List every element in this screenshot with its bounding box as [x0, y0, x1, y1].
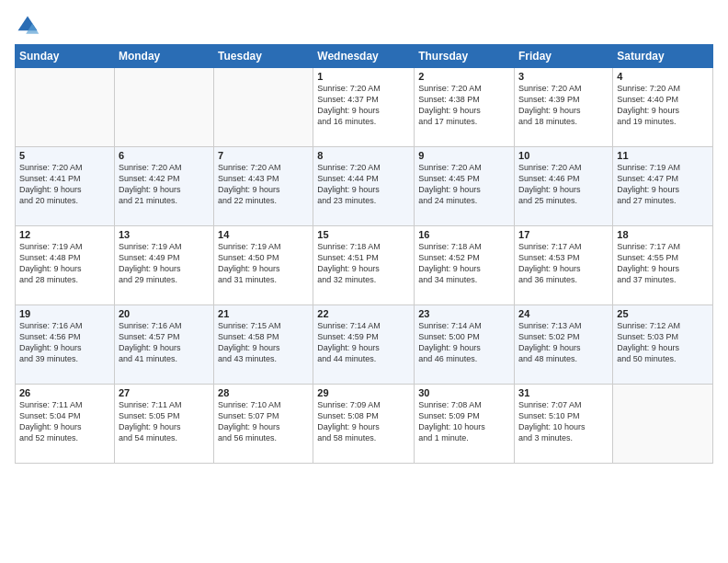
- day-number: 16: [418, 229, 510, 240]
- day-info: Sunrise: 7:20 AM Sunset: 4:39 PM Dayligh…: [518, 83, 609, 128]
- day-cell: 9Sunrise: 7:20 AM Sunset: 4:45 PM Daylig…: [415, 147, 515, 226]
- day-cell: 29Sunrise: 7:09 AM Sunset: 5:08 PM Dayli…: [313, 385, 415, 464]
- day-info: Sunrise: 7:18 AM Sunset: 4:52 PM Dayligh…: [418, 241, 510, 286]
- day-info: Sunrise: 7:17 AM Sunset: 4:53 PM Dayligh…: [518, 241, 609, 286]
- day-cell: 21Sunrise: 7:15 AM Sunset: 4:58 PM Dayli…: [214, 305, 313, 385]
- day-cell: 11Sunrise: 7:19 AM Sunset: 4:47 PM Dayli…: [613, 147, 713, 226]
- day-cell: 20Sunrise: 7:16 AM Sunset: 4:57 PM Dayli…: [114, 305, 213, 385]
- day-cell: 7Sunrise: 7:20 AM Sunset: 4:43 PM Daylig…: [214, 147, 313, 226]
- day-cell: 16Sunrise: 7:18 AM Sunset: 4:52 PM Dayli…: [415, 226, 515, 305]
- page: SundayMondayTuesdayWednesdayThursdayFrid…: [0, 0, 728, 563]
- day-number: 29: [317, 387, 410, 398]
- weekday-header-sunday: Sunday: [16, 45, 115, 68]
- day-number: 23: [418, 308, 510, 319]
- day-info: Sunrise: 7:18 AM Sunset: 4:51 PM Dayligh…: [317, 241, 410, 286]
- day-cell: [214, 68, 313, 147]
- day-info: Sunrise: 7:08 AM Sunset: 5:09 PM Dayligh…: [418, 399, 510, 444]
- day-number: 25: [617, 308, 709, 319]
- day-number: 7: [218, 150, 309, 161]
- day-info: Sunrise: 7:11 AM Sunset: 5:04 PM Dayligh…: [19, 399, 110, 444]
- week-row-5: 26Sunrise: 7:11 AM Sunset: 5:04 PM Dayli…: [16, 385, 713, 464]
- day-info: Sunrise: 7:19 AM Sunset: 4:48 PM Dayligh…: [19, 241, 110, 286]
- weekday-header-monday: Monday: [114, 45, 213, 68]
- day-cell: 4Sunrise: 7:20 AM Sunset: 4:40 PM Daylig…: [613, 68, 713, 147]
- day-number: 21: [218, 308, 309, 319]
- day-number: 24: [518, 308, 609, 319]
- day-info: Sunrise: 7:15 AM Sunset: 4:58 PM Dayligh…: [218, 320, 309, 365]
- day-info: Sunrise: 7:20 AM Sunset: 4:37 PM Dayligh…: [317, 83, 410, 128]
- weekday-header-row: SundayMondayTuesdayWednesdayThursdayFrid…: [16, 45, 713, 68]
- day-number: 2: [418, 71, 510, 82]
- day-cell: 27Sunrise: 7:11 AM Sunset: 5:05 PM Dayli…: [114, 385, 213, 464]
- day-info: Sunrise: 7:20 AM Sunset: 4:41 PM Dayligh…: [19, 162, 110, 207]
- day-info: Sunrise: 7:13 AM Sunset: 5:02 PM Dayligh…: [518, 320, 609, 365]
- day-number: 20: [119, 308, 210, 319]
- weekday-header-friday: Friday: [515, 45, 613, 68]
- day-info: Sunrise: 7:19 AM Sunset: 4:50 PM Dayligh…: [218, 241, 309, 286]
- day-cell: 23Sunrise: 7:14 AM Sunset: 5:00 PM Dayli…: [415, 305, 515, 385]
- day-number: 3: [518, 71, 609, 82]
- day-info: Sunrise: 7:14 AM Sunset: 5:00 PM Dayligh…: [418, 320, 510, 365]
- day-number: 18: [617, 229, 709, 240]
- day-info: Sunrise: 7:16 AM Sunset: 4:56 PM Dayligh…: [19, 320, 110, 365]
- day-cell: [114, 68, 213, 147]
- weekday-header-tuesday: Tuesday: [214, 45, 313, 68]
- calendar-table: SundayMondayTuesdayWednesdayThursdayFrid…: [15, 44, 713, 464]
- day-number: 19: [19, 308, 110, 319]
- day-cell: 31Sunrise: 7:07 AM Sunset: 5:10 PM Dayli…: [515, 385, 613, 464]
- day-number: 14: [218, 229, 309, 240]
- day-info: Sunrise: 7:20 AM Sunset: 4:44 PM Dayligh…: [317, 162, 410, 207]
- day-info: Sunrise: 7:19 AM Sunset: 4:47 PM Dayligh…: [617, 162, 709, 207]
- day-number: 5: [19, 150, 110, 161]
- day-info: Sunrise: 7:20 AM Sunset: 4:42 PM Dayligh…: [119, 162, 210, 207]
- day-cell: 30Sunrise: 7:08 AM Sunset: 5:09 PM Dayli…: [415, 385, 515, 464]
- day-info: Sunrise: 7:07 AM Sunset: 5:10 PM Dayligh…: [518, 399, 609, 444]
- day-cell: 12Sunrise: 7:19 AM Sunset: 4:48 PM Dayli…: [16, 226, 115, 305]
- day-info: Sunrise: 7:12 AM Sunset: 5:03 PM Dayligh…: [617, 320, 709, 365]
- day-cell: 6Sunrise: 7:20 AM Sunset: 4:42 PM Daylig…: [114, 147, 213, 226]
- week-row-4: 19Sunrise: 7:16 AM Sunset: 4:56 PM Dayli…: [16, 305, 713, 385]
- week-row-1: 1Sunrise: 7:20 AM Sunset: 4:37 PM Daylig…: [16, 68, 713, 147]
- day-cell: 18Sunrise: 7:17 AM Sunset: 4:55 PM Dayli…: [613, 226, 713, 305]
- logo-icon: [15, 13, 40, 39]
- day-cell: 3Sunrise: 7:20 AM Sunset: 4:39 PM Daylig…: [515, 68, 613, 147]
- day-cell: 13Sunrise: 7:19 AM Sunset: 4:49 PM Dayli…: [114, 226, 213, 305]
- day-number: 15: [317, 229, 410, 240]
- day-info: Sunrise: 7:20 AM Sunset: 4:38 PM Dayligh…: [418, 83, 510, 128]
- week-row-3: 12Sunrise: 7:19 AM Sunset: 4:48 PM Dayli…: [16, 226, 713, 305]
- day-number: 30: [418, 387, 510, 398]
- day-info: Sunrise: 7:17 AM Sunset: 4:55 PM Dayligh…: [617, 241, 709, 286]
- day-info: Sunrise: 7:20 AM Sunset: 4:40 PM Dayligh…: [617, 83, 709, 128]
- day-cell: 25Sunrise: 7:12 AM Sunset: 5:03 PM Dayli…: [613, 305, 713, 385]
- day-cell: 5Sunrise: 7:20 AM Sunset: 4:41 PM Daylig…: [16, 147, 115, 226]
- day-cell: 10Sunrise: 7:20 AM Sunset: 4:46 PM Dayli…: [515, 147, 613, 226]
- day-number: 8: [317, 150, 410, 161]
- day-cell: [16, 68, 115, 147]
- day-number: 6: [119, 150, 210, 161]
- day-number: 17: [518, 229, 609, 240]
- day-info: Sunrise: 7:20 AM Sunset: 4:46 PM Dayligh…: [518, 162, 609, 207]
- day-info: Sunrise: 7:20 AM Sunset: 4:45 PM Dayligh…: [418, 162, 510, 207]
- day-number: 12: [19, 229, 110, 240]
- day-number: 1: [317, 71, 410, 82]
- weekday-header-saturday: Saturday: [613, 45, 713, 68]
- day-number: 9: [418, 150, 510, 161]
- day-info: Sunrise: 7:10 AM Sunset: 5:07 PM Dayligh…: [218, 399, 309, 444]
- day-cell: 1Sunrise: 7:20 AM Sunset: 4:37 PM Daylig…: [313, 68, 415, 147]
- day-info: Sunrise: 7:19 AM Sunset: 4:49 PM Dayligh…: [119, 241, 210, 286]
- day-cell: 15Sunrise: 7:18 AM Sunset: 4:51 PM Dayli…: [313, 226, 415, 305]
- day-info: Sunrise: 7:11 AM Sunset: 5:05 PM Dayligh…: [119, 399, 210, 444]
- day-number: 10: [518, 150, 609, 161]
- day-number: 27: [119, 387, 210, 398]
- day-cell: 19Sunrise: 7:16 AM Sunset: 4:56 PM Dayli…: [16, 305, 115, 385]
- day-number: 22: [317, 308, 410, 319]
- day-number: 13: [119, 229, 210, 240]
- day-info: Sunrise: 7:14 AM Sunset: 4:59 PM Dayligh…: [317, 320, 410, 365]
- day-cell: 26Sunrise: 7:11 AM Sunset: 5:04 PM Dayli…: [16, 385, 115, 464]
- day-info: Sunrise: 7:20 AM Sunset: 4:43 PM Dayligh…: [218, 162, 309, 207]
- day-number: 4: [617, 71, 709, 82]
- day-info: Sunrise: 7:09 AM Sunset: 5:08 PM Dayligh…: [317, 399, 410, 444]
- day-number: 31: [518, 387, 609, 398]
- day-info: Sunrise: 7:16 AM Sunset: 4:57 PM Dayligh…: [119, 320, 210, 365]
- week-row-2: 5Sunrise: 7:20 AM Sunset: 4:41 PM Daylig…: [16, 147, 713, 226]
